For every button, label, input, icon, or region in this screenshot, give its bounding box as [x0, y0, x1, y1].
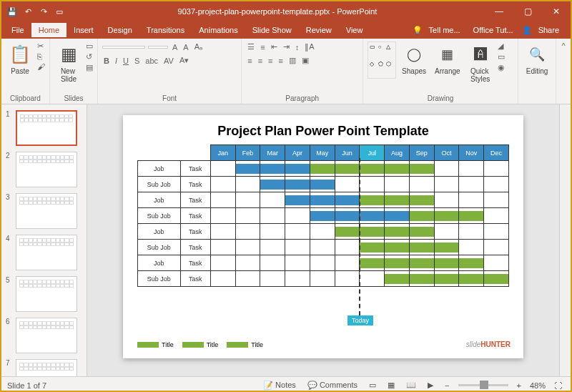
- tab-insert[interactable]: Insert: [66, 23, 101, 37]
- ribbon-tabs: File Home Insert Design Transitions Anim…: [1, 21, 571, 39]
- align-center-icon[interactable]: ≡: [257, 56, 264, 66]
- quick-styles-button[interactable]: 🅰 Quick Styles: [466, 41, 495, 84]
- tab-view[interactable]: View: [339, 23, 370, 37]
- shape-effects-icon[interactable]: ◉: [498, 63, 505, 72]
- decrease-font-icon[interactable]: A: [182, 42, 189, 52]
- collapse-ribbon-icon[interactable]: ^: [561, 41, 565, 50]
- justify-icon[interactable]: ≡: [277, 56, 285, 66]
- shapes-icon: ◯: [403, 43, 425, 66]
- shape-fill-icon[interactable]: ◢: [498, 41, 505, 51]
- window-controls: — ▢ ✕: [485, 1, 571, 21]
- find-icon: 🔍: [526, 43, 548, 66]
- thumbnail-2[interactable]: 2: [1, 149, 87, 190]
- slideshow-view-icon[interactable]: ▶: [425, 381, 436, 390]
- zoom-level[interactable]: 48%: [530, 381, 546, 390]
- indent-left-icon[interactable]: ⇤: [270, 41, 279, 52]
- redo-icon[interactable]: ↷: [39, 6, 49, 16]
- reset-icon[interactable]: ↺: [86, 52, 93, 62]
- share-button[interactable]: 👤 Share: [518, 26, 568, 35]
- close-button[interactable]: ✕: [542, 1, 571, 21]
- format-painter-icon[interactable]: 🖌: [37, 62, 45, 71]
- slide-editor[interactable]: Project Plan Power Point Template JanFeb…: [87, 104, 559, 376]
- font-name-dropdown[interactable]: [102, 46, 145, 49]
- shape-outline-icon[interactable]: ▭: [498, 52, 505, 62]
- align-left-icon[interactable]: ≡: [246, 56, 253, 66]
- comments-button[interactable]: 💬 Comments: [305, 381, 360, 390]
- shapes-button[interactable]: ◯ Shapes: [399, 41, 429, 77]
- quick-styles-icon: 🅰: [469, 43, 492, 66]
- bullets-icon[interactable]: ☰: [246, 41, 256, 52]
- gantt-chart[interactable]: JanFebMarAprMayJunJulAugSepOctNovDecJobT…: [137, 144, 509, 287]
- tab-transitions[interactable]: Transitions: [139, 23, 192, 37]
- status-bar: Slide 1 of 7 📝 Notes 💬 Comments ▭ ▦ 📖 ▶ …: [1, 376, 571, 392]
- indent-right-icon[interactable]: ⇥: [282, 41, 291, 52]
- save-icon[interactable]: 💾: [7, 6, 17, 16]
- strikethrough-button[interactable]: S: [133, 56, 141, 66]
- tab-animations[interactable]: Animations: [192, 23, 245, 37]
- tab-file[interactable]: File: [4, 23, 31, 37]
- increase-font-icon[interactable]: A: [171, 42, 179, 52]
- text-direction-icon[interactable]: ‖A: [303, 41, 315, 52]
- office-tut[interactable]: Office Tut...: [469, 26, 518, 34]
- vertical-scrollbar[interactable]: [559, 104, 571, 376]
- thumbnail-3[interactable]: 3: [1, 190, 87, 232]
- undo-icon[interactable]: ↶: [23, 6, 33, 16]
- fit-window-icon[interactable]: ⛶: [551, 381, 565, 390]
- minimize-button[interactable]: —: [485, 1, 513, 21]
- zoom-out-button[interactable]: −: [442, 381, 452, 390]
- align-right-icon[interactable]: ≡: [267, 56, 274, 66]
- thumbnail-1[interactable]: 1: [1, 107, 87, 149]
- thumbnail-7[interactable]: 7: [1, 356, 87, 376]
- italic-button[interactable]: I: [114, 56, 119, 66]
- numbering-icon[interactable]: ≡: [259, 42, 266, 52]
- zoom-in-button[interactable]: +: [514, 381, 524, 390]
- new-slide-button[interactable]: ▦ New Slide: [54, 41, 83, 84]
- copy-icon[interactable]: ⎘: [37, 52, 45, 61]
- thumbnail-6[interactable]: 6: [1, 315, 87, 356]
- slide-counter[interactable]: Slide 1 of 7: [7, 381, 46, 390]
- arrange-icon: ▦: [436, 43, 459, 66]
- ribbon-group-editing: 🔍 Editing: [518, 39, 556, 104]
- editing-button[interactable]: 🔍 Editing: [523, 41, 551, 77]
- paste-button[interactable]: 📋 Paste: [6, 41, 34, 77]
- start-slideshow-icon[interactable]: ▭: [54, 6, 64, 16]
- thumbnail-4[interactable]: 4: [1, 232, 87, 273]
- font-color-icon[interactable]: A▾: [178, 55, 190, 66]
- slide-title[interactable]: Project Plan Power Point Template: [137, 124, 509, 139]
- reading-view-icon[interactable]: 📖: [403, 381, 419, 390]
- shadow-button[interactable]: abc: [144, 56, 159, 66]
- arrange-button[interactable]: ▦ Arrange: [432, 41, 463, 77]
- line-spacing-icon[interactable]: ↕: [294, 42, 301, 52]
- bold-button[interactable]: B: [102, 56, 111, 66]
- sorter-view-icon[interactable]: ▦: [385, 381, 398, 390]
- ribbon-group-paragraph: ☰ ≡ ⇤ ⇥ ↕ ‖A ≡ ≡ ≡ ≡ ▥ ▣ Paragraph: [242, 39, 363, 104]
- underline-button[interactable]: U: [122, 56, 130, 66]
- smartart-icon[interactable]: ▣: [300, 55, 310, 66]
- quick-access-toolbar: 💾 ↶ ↷ ▭: [1, 6, 70, 16]
- today-marker[interactable]: Today: [347, 315, 373, 325]
- tab-review[interactable]: Review: [299, 23, 339, 37]
- columns-icon[interactable]: ▥: [287, 55, 297, 66]
- notes-button[interactable]: 📝 Notes: [260, 381, 299, 390]
- tab-design[interactable]: Design: [101, 23, 139, 37]
- cut-icon[interactable]: ✂: [37, 41, 45, 51]
- normal-view-icon[interactable]: ▭: [366, 381, 379, 390]
- tell-me[interactable]: 💡 Tell me...: [408, 26, 469, 35]
- watermark: slideHUNTER: [466, 340, 511, 348]
- tab-slideshow[interactable]: Slide Show: [245, 23, 299, 37]
- thumbnail-5[interactable]: 5: [1, 273, 87, 315]
- window-title: 9037-project-plan-powerpoint-template.pp…: [70, 7, 485, 16]
- char-spacing-icon[interactable]: AV: [162, 56, 175, 66]
- maximize-button[interactable]: ▢: [513, 1, 542, 21]
- section-icon[interactable]: ▤: [86, 63, 93, 72]
- slide-canvas[interactable]: Project Plan Power Point Template JanFeb…: [123, 115, 523, 358]
- ribbon: 📋 Paste ✂ ⎘ 🖌 Clipboard ▦ New Slide ▭ ↺ …: [1, 39, 571, 104]
- clear-format-icon[interactable]: Aₐ: [193, 41, 204, 52]
- zoom-slider[interactable]: [458, 384, 508, 386]
- tab-home[interactable]: Home: [31, 23, 66, 37]
- layout-icon[interactable]: ▭: [86, 41, 93, 51]
- ribbon-group-slides: ▦ New Slide ▭ ↺ ▤ Slides: [50, 39, 98, 104]
- shape-gallery[interactable]: ▭○△◇⬠⬡: [368, 41, 396, 79]
- new-slide-icon: ▦: [57, 43, 80, 66]
- font-size-dropdown[interactable]: [148, 46, 168, 49]
